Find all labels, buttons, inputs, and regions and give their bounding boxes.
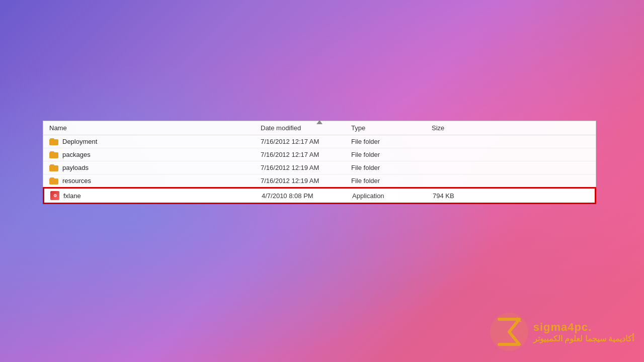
folder-icon <box>49 151 58 158</box>
file-name-text: packages <box>62 151 91 158</box>
file-type: File folder <box>351 151 432 158</box>
folder-icon <box>49 164 58 171</box>
table-row[interactable]: Deployment 7/16/2012 12:17 AM File folde… <box>43 135 596 148</box>
file-name: payloads <box>49 164 261 171</box>
file-date: 7/16/2012 12:19 AM <box>261 164 351 171</box>
table-row[interactable]: resources 7/16/2012 12:19 AM File folder <box>43 174 596 188</box>
folder-icon <box>49 177 58 185</box>
file-type: File folder <box>351 164 432 171</box>
file-date: 4/7/2010 8:08 PM <box>262 192 352 200</box>
file-name: ⚙ fxlane <box>50 191 262 200</box>
app-icon: ⚙ <box>50 191 59 200</box>
column-date-modified: Date modified <box>261 124 351 132</box>
file-date: 7/16/2012 12:17 AM <box>261 151 351 158</box>
logo-text-english: sigma4pc. <box>533 321 592 334</box>
table-body: Deployment 7/16/2012 12:17 AM File folde… <box>43 135 596 204</box>
file-name: packages <box>49 151 261 158</box>
folder-icon <box>49 138 58 145</box>
file-name: Deployment <box>49 138 261 145</box>
column-name: Name <box>49 124 261 132</box>
table-row[interactable]: ⚙ fxlane 4/7/2010 8:08 PM Application 79… <box>43 188 596 204</box>
file-date: 7/16/2012 12:17 AM <box>261 138 351 145</box>
table-row[interactable]: packages 7/16/2012 12:17 AM File folder <box>43 148 596 161</box>
column-size: Size <box>432 124 492 132</box>
table-row[interactable]: payloads 7/16/2012 12:19 AM File folder <box>43 161 596 174</box>
sigma-logo-icon <box>489 312 529 352</box>
watermark: sigma4pc. أكاديمية سيجما لعلوم الكمبيوتر <box>489 312 634 352</box>
file-type: File folder <box>351 177 432 185</box>
file-name-text: Deployment <box>62 138 97 145</box>
file-name-text: fxlane <box>63 192 81 200</box>
file-name-text: payloads <box>62 164 89 171</box>
file-date: 7/16/2012 12:19 AM <box>261 177 351 185</box>
logo-text-block: sigma4pc. أكاديمية سيجما لعلوم الكمبيوتر <box>533 321 634 343</box>
logo-text-arabic: أكاديمية سيجما لعلوم الكمبيوتر <box>533 334 634 343</box>
file-explorer: Name Date modified Type Size Deployment … <box>43 121 596 204</box>
file-size: 794 KB <box>433 192 493 200</box>
file-type: File folder <box>351 138 432 145</box>
file-name-text: resources <box>62 177 91 185</box>
file-type: Application <box>352 192 433 200</box>
column-type: Type <box>351 124 432 132</box>
file-name: resources <box>49 177 261 185</box>
table-header: Name Date modified Type Size <box>43 121 596 135</box>
